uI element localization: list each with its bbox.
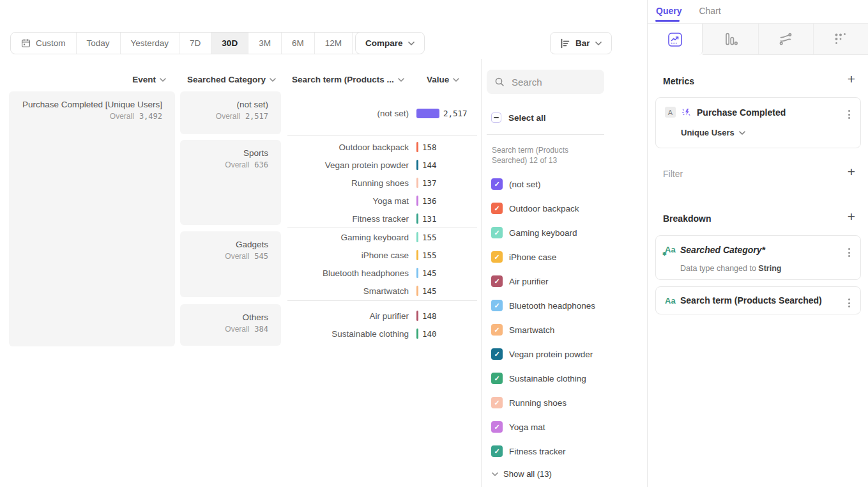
legend-item[interactable]: ✓Outdoor backpack (491, 203, 595, 214)
legend-item[interactable]: ✓Running shoes (491, 397, 595, 408)
chevron-down-icon (739, 131, 745, 135)
checkbox-checked[interactable]: ✓ (491, 178, 503, 190)
legend-item[interactable]: ✓iPhone case (491, 251, 595, 263)
date-range-12m[interactable]: 12M (315, 33, 353, 54)
kebab-menu-icon[interactable] (846, 246, 852, 259)
category-cell-gadgets[interactable]: Gadgets Overall545 (180, 231, 281, 297)
legend-item[interactable]: ✓Air purifier (491, 275, 595, 287)
checkbox-checked[interactable]: ✓ (491, 227, 503, 238)
event-cell[interactable]: Purchase Completed [Unique Users] Overal… (9, 91, 175, 346)
value-bar (416, 196, 418, 206)
event-title: Purchase Completed [Unique Users] (17, 100, 162, 109)
add-metric-button[interactable]: + (848, 73, 855, 85)
string-property-icon: Aa (665, 296, 676, 305)
date-range-yesterday[interactable]: Yesterday (121, 33, 180, 54)
retention-icon (833, 31, 848, 47)
legend-item[interactable]: ✓Smartwatch (491, 324, 595, 336)
chart-type-select[interactable]: Bar (550, 32, 612, 54)
value-bar (416, 268, 418, 278)
add-filter-button[interactable]: + (848, 166, 855, 178)
breakdown-property-name: Searched Category* (680, 245, 765, 255)
checkbox-checked[interactable]: ✓ (491, 275, 503, 287)
tab-insights[interactable] (648, 24, 703, 55)
date-range-label: Custom (36, 38, 66, 48)
column-header-search-term[interactable]: Search term (Products ... (292, 75, 404, 84)
date-range-30d-selected[interactable]: 30D (211, 33, 248, 54)
show-all-toggle[interactable]: Show all (13) (492, 469, 552, 479)
value-bar (416, 250, 418, 260)
chevron-down-icon (408, 42, 415, 45)
checkbox-checked[interactable]: ✓ (491, 251, 503, 263)
tab-funnels[interactable] (703, 24, 758, 55)
value-row[interactable]: Running shoes 137 (287, 174, 479, 192)
value-row[interactable]: Smartwatch 145 (287, 282, 479, 300)
date-range-3m[interactable]: 3M (248, 33, 282, 54)
select-all-row[interactable]: Select all (491, 112, 546, 123)
value-row[interactable]: Sustainable clothing 140 (287, 325, 479, 343)
measure-select[interactable]: Unique Users (681, 128, 745, 137)
tab-query[interactable]: Query (656, 6, 681, 16)
checkbox-checked[interactable]: ✓ (491, 373, 503, 384)
select-all-checkbox[interactable] (491, 112, 501, 123)
tab-flows[interactable] (758, 24, 813, 55)
value-row[interactable]: iPhone case 155 (287, 246, 479, 264)
query-sidebar: Query Chart (647, 0, 868, 487)
kebab-menu-icon[interactable] (846, 297, 852, 309)
chevron-down-icon (492, 472, 498, 476)
value-row[interactable]: Outdoor backpack 158 (287, 138, 479, 156)
value-row[interactable]: Gaming keyboard 155 (287, 228, 479, 246)
tab-retention[interactable] (813, 24, 868, 55)
checkbox-checked[interactable]: ✓ (491, 348, 503, 360)
breakdown-card-searched-category[interactable]: Aa✱ Searched Category* Data type changed… (655, 235, 861, 280)
legend-item[interactable]: ✓Yoga mat (491, 421, 595, 433)
breakdown-card-search-term[interactable]: Aa Search term (Products Searched) (655, 286, 861, 314)
value-bar (416, 286, 418, 296)
column-header-searched-category[interactable]: Searched Category (180, 75, 276, 84)
value-row[interactable]: Bluetooth headphones 145 (287, 264, 479, 282)
legend-item[interactable]: ✓Vegan protein powder (491, 348, 595, 360)
group-divider (287, 300, 477, 301)
column-header-event[interactable]: Event (9, 75, 166, 84)
value-row[interactable]: Fitness tracker 131 (287, 210, 479, 228)
date-range-today[interactable]: Today (77, 33, 121, 54)
string-property-icon: Aa✱ (665, 245, 676, 254)
date-range-custom[interactable]: Custom (11, 33, 77, 54)
column-header-value[interactable]: Value (427, 75, 459, 84)
kebab-menu-icon[interactable] (846, 108, 852, 121)
metric-card[interactable]: A Purchase Completed Unique Users (655, 97, 861, 148)
checkbox-checked[interactable]: ✓ (491, 445, 503, 457)
legend-item[interactable]: ✓(not set) (491, 178, 595, 190)
value-bar (416, 109, 439, 118)
category-cell-sports[interactable]: Sports Overall636 (180, 140, 281, 225)
checkbox-checked[interactable]: ✓ (491, 324, 503, 336)
category-cell-not-set[interactable]: (not set) Overall2,517 (180, 91, 281, 134)
legend-item[interactable]: ✓Sustainable clothing (491, 373, 595, 384)
value-row[interactable]: Yoga mat 136 (287, 192, 479, 210)
bar-chart-icon (560, 38, 570, 49)
value-bar (416, 142, 418, 152)
tab-chart[interactable]: Chart (699, 6, 720, 16)
legend-item[interactable]: ✓Gaming keyboard (491, 227, 595, 238)
value-row[interactable]: Air purifier 148 (287, 307, 479, 325)
value-bar (416, 178, 418, 188)
checkbox-checked[interactable]: ✓ (491, 397, 503, 408)
search-input[interactable] (510, 76, 590, 88)
value-row[interactable]: (not set) 2,517 (287, 104, 479, 122)
date-range-6m[interactable]: 6M (282, 33, 315, 54)
date-range-7d[interactable]: 7D (179, 33, 211, 54)
checkbox-checked[interactable]: ✓ (491, 203, 503, 214)
checkbox-checked[interactable]: ✓ (491, 300, 503, 311)
legend-group-label: Search term (Products Searched) 12 of 13 (492, 145, 604, 166)
legend-item[interactable]: ✓Bluetooth headphones (491, 300, 595, 311)
add-breakdown-button[interactable]: + (848, 211, 855, 222)
checkbox-checked[interactable]: ✓ (491, 421, 503, 433)
category-cell-others[interactable]: Others Overall384 (180, 304, 281, 346)
metric-event-name: Purchase Completed (697, 107, 786, 118)
legend-item[interactable]: ✓Fitness tracker (491, 445, 595, 457)
legend-search[interactable] (487, 70, 604, 94)
legend-divider (487, 134, 604, 135)
value-row[interactable]: Vegan protein powder 144 (287, 156, 479, 174)
compare-button[interactable]: Compare (355, 32, 425, 54)
panel-divider (481, 59, 482, 487)
chevron-down-icon (270, 78, 276, 82)
